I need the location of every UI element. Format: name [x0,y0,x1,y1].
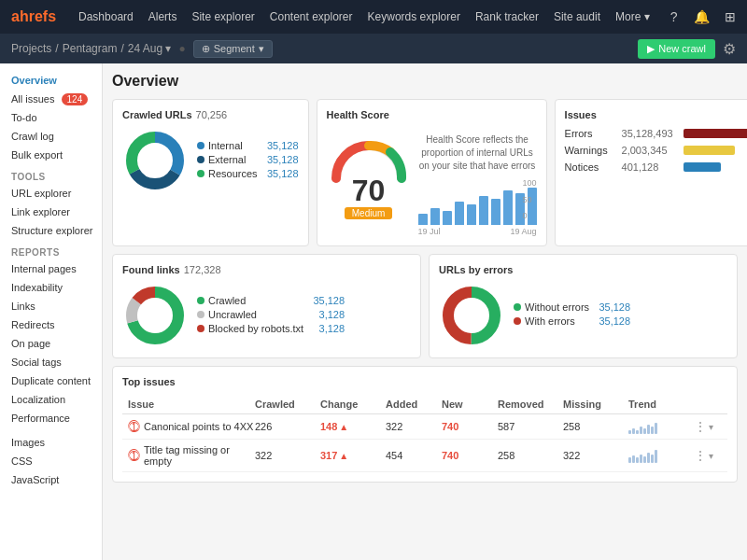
resources-dot [197,170,204,177]
issue-name-0: ⓵ Canonical points to 4XX [128,420,255,434]
nav-content-explorer[interactable]: Content explorer [270,10,353,23]
sidebar-item-indexability[interactable]: Indexability [0,278,102,297]
sidebar-item-crawl-log[interactable]: Crawl log [0,127,102,146]
issue-notices: Notices 401,128 [565,161,747,173]
tools-section-title: TOOLS [0,164,102,184]
new-crawl-button[interactable]: ▶ New crawl [638,39,715,59]
breadcrumb-date[interactable]: 24 Aug ▾ [128,42,172,55]
help-icon[interactable]: ? [665,7,684,26]
logo[interactable]: ahrefs [11,8,56,25]
trend-chart-1 [628,448,694,463]
crawled-urls-card: Crawled URLs70,256 Internal 35,128 [112,99,309,246]
legend-resources: Resources 35,128 [197,168,299,179]
sidebar-item-localization[interactable]: Localization [0,390,102,409]
sidebar-item-links[interactable]: Links [0,297,102,315]
chart-date-end: 19 Aug [511,227,537,236]
row-2: Found links172,328 Crawled 35,128 [112,254,738,358]
trend-chart-0 [628,419,694,434]
sidebar-item-duplicate-content[interactable]: Duplicate content [0,371,102,390]
sidebar-item-url-explorer[interactable]: URL explorer [0,184,102,203]
grid-icon[interactable]: ⊞ [721,7,740,26]
settings-icon[interactable]: ⚙ [723,40,736,58]
sidebar-item-bulk-export[interactable]: Bulk export [0,146,102,164]
health-score-gauge: 70 Medium [327,128,411,223]
nav-rank-tracker[interactable]: Rank tracker [475,10,539,23]
sidebar-item-css[interactable]: CSS [0,452,102,470]
urls-by-errors-legend: Without errors 35,128 With errors 35,128 [514,301,630,329]
health-score-title: Health Score [327,109,537,120]
crawled-urls-legend: Internal 35,128 External 35,128 Resource… [197,140,299,182]
chart-date-start: 19 Jul [418,227,441,236]
table-row[interactable]: ⓵ Canonical points to 4XX 226 148 ▲ 322 … [122,414,727,440]
blocked-dot [197,325,204,332]
row-expand-icon[interactable]: ▾ [709,422,713,432]
crawled-dot [197,297,204,304]
row-expand-icon[interactable]: ▾ [709,451,713,461]
legend-blocked: Blocked by robots.txt 3,128 [197,323,345,334]
health-bar [467,204,476,225]
content-area: Overview Crawled URLs70,256 [103,63,747,560]
issue-errors: Errors 35,128,493 [565,128,747,139]
trend-bar [643,456,646,463]
nav-alerts[interactable]: Alerts [148,10,177,23]
urls-by-errors-title: URLs by errors [439,264,727,275]
trend-bar [651,427,654,434]
sidebar-item-redirects[interactable]: Redirects [0,315,102,334]
found-links-donut [122,283,188,348]
notification-icon[interactable]: 🔔 [693,7,712,26]
found-links-title: Found links172,328 [122,264,411,275]
segment-button[interactable]: ⊕ Segment ▾ [193,40,273,58]
sidebar-item-on-page[interactable]: On page [0,334,102,353]
row-menu-icon[interactable]: ⋮ [694,419,707,434]
internal-dot [197,142,204,149]
sidebar-item-social-tags[interactable]: Social tags [0,353,102,371]
issues-card: Issues Errors 35,128,493 Warnings 2,003,… [555,99,747,246]
page-title: Overview [112,73,738,90]
health-score-value: 70 [352,175,386,205]
nav-more[interactable]: More ▾ [615,10,650,23]
table-row[interactable]: ⓵ Title tag missing or empty 322 317 ▲ 4… [122,440,727,472]
health-bar [455,202,464,225]
crawled-urls-donut [122,128,188,193]
sidebar: Overview All issues 124 To-do Crawl log … [0,63,103,560]
urls-by-errors-content: Without errors 35,128 With errors 35,128 [439,283,727,348]
error-icon-1: ⓵ [128,449,140,463]
trend-bar [636,457,639,463]
sidebar-item-images[interactable]: Images [0,433,102,452]
health-bar [479,196,488,225]
nav-site-audit[interactable]: Site audit [554,10,600,23]
row-menu-icon[interactable]: ⋮ [694,448,707,463]
sidebar-item-structure-explorer[interactable]: Structure explorer [0,221,102,240]
health-bar [443,211,452,225]
no-errors-dot [514,303,521,311]
issues-rows: Errors 35,128,493 Warnings 2,003,345 Not… [565,128,747,173]
breadcrumb-site[interactable]: Pentagram [63,42,118,55]
legend-internal: Internal 35,128 [197,140,299,151]
change-0: 148 ▲ [320,421,386,432]
found-links-legend: Crawled 35,128 Uncrawled 3,128 Blocked b… [197,295,345,337]
trend-bar [647,453,650,463]
nav-site-explorer[interactable]: Site explorer [191,10,254,23]
sidebar-item-all-issues[interactable]: All issues 124 [0,90,102,108]
nav-keywords-explorer[interactable]: Keywords explorer [368,10,460,23]
warnings-bar [684,146,735,155]
arrow-up-icon: ▲ [339,451,348,461]
sidebar-item-internal-pages[interactable]: Internal pages [0,259,102,278]
sidebar-item-performance[interactable]: Performance [0,409,102,427]
sidebar-item-link-explorer[interactable]: Link explorer [0,203,102,221]
issue-name-1: ⓵ Title tag missing or empty [128,444,255,467]
health-bar [430,208,440,225]
legend-external: External 35,128 [197,154,299,165]
sub-nav-actions: ▶ New crawl ⚙ [638,39,736,59]
sidebar-item-overview[interactable]: Overview [0,71,102,90]
sidebar-item-todo[interactable]: To-do [0,108,102,127]
trend-bar [628,430,631,434]
segment-icon: ⊕ [202,43,210,55]
crawled-urls-title: Crawled URLs70,256 [122,109,299,120]
nav-dashboard[interactable]: Dashboard [78,10,134,23]
all-issues-badge: 124 [62,93,89,105]
sidebar-item-javascript[interactable]: JavaScript [0,470,102,489]
breadcrumb-projects[interactable]: Projects [11,42,51,55]
trend-bar [636,430,639,434]
breadcrumb-sep1: / [55,42,58,55]
